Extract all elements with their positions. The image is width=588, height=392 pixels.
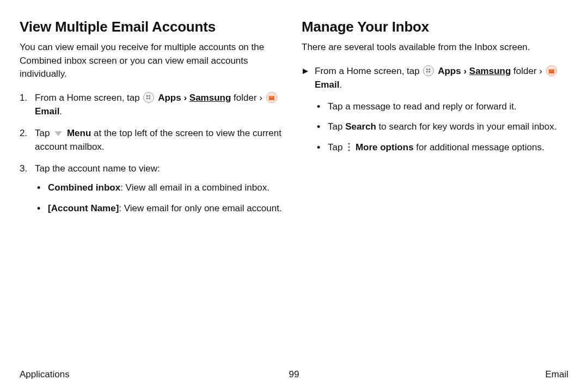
inbox-tools-bullets: Tap a message to read and reply or forwa…: [315, 100, 568, 155]
step-3-bullets: Combined inbox: View all email in a comb…: [35, 181, 286, 215]
menu-label: Menu: [67, 128, 91, 138]
bullet-text: Tap a message to read and reply or forwa…: [328, 101, 517, 112]
email-label: Email: [35, 106, 59, 117]
step-number: 2.: [20, 126, 27, 140]
step-number: 1.: [20, 91, 27, 105]
more-options-label: More options: [356, 142, 414, 152]
step-text: Tap: [35, 128, 52, 138]
step-text: From a Home screen, tap: [315, 66, 422, 76]
email-label: Email: [315, 79, 339, 90]
apps-label: Apps: [438, 66, 461, 76]
right-intro: There are several tools available from t…: [302, 41, 568, 54]
svg-marker-0: [54, 131, 62, 136]
step-text: From a Home screen, tap: [35, 93, 142, 103]
apps-label: Apps: [158, 93, 181, 103]
svg-point-4: [348, 149, 350, 151]
footer-page-number: 99: [289, 369, 299, 380]
bullet-account-name: [Account Name]: View email for only one …: [35, 201, 286, 216]
left-intro: You can view email you receive for multi…: [20, 41, 286, 81]
apps-icon: [143, 92, 154, 103]
right-section-title: Manage Your Inbox: [302, 19, 568, 35]
more-options-icon: [346, 142, 352, 152]
left-steps-list: 1. From a Home screen, tap Apps › Samsun…: [20, 91, 286, 216]
play-item: From a Home screen, tap Apps › Samsung f…: [302, 64, 568, 155]
page-footer: Applications 99 Email: [20, 369, 568, 380]
apps-icon: [423, 65, 434, 76]
bullet-read-reply: Tap a message to read and reply or forwa…: [315, 100, 568, 114]
email-icon: [266, 92, 277, 103]
left-column: View Multiple Email Accounts You can vie…: [20, 19, 286, 223]
bullet-more-options: Tap More options for additional message …: [315, 140, 568, 155]
bullet-rest: : View email for only one email account.: [119, 203, 281, 213]
step-text: ›: [463, 66, 469, 76]
svg-point-2: [348, 143, 350, 144]
step-text: ›: [183, 93, 189, 103]
bullet-bold: [Account Name]: [48, 203, 119, 213]
period: .: [339, 79, 342, 90]
email-icon: [546, 65, 557, 76]
left-section-title: View Multiple Email Accounts: [20, 19, 286, 35]
bullet-text: Tap: [328, 142, 345, 152]
search-label: Search: [345, 121, 376, 132]
step-3: 3. Tap the account name to view: Combine…: [20, 162, 286, 216]
bullet-bold: Combined inbox: [48, 182, 120, 193]
bullet-rest: : View all email in a combined inbox.: [120, 182, 270, 193]
step-number: 3.: [20, 162, 27, 176]
step-text: Tap the account name to view:: [35, 163, 160, 174]
svg-point-3: [348, 146, 350, 148]
right-column: Manage Your Inbox There are several tool…: [302, 19, 568, 223]
svg-marker-1: [303, 69, 308, 74]
step-text: folder ›: [234, 93, 265, 103]
footer-right: Email: [545, 369, 568, 380]
step-text: folder ›: [513, 66, 545, 76]
bullet-search: Tap Search to search for key words in yo…: [315, 120, 568, 134]
bullet-combined-inbox: Combined inbox: View all email in a comb…: [35, 181, 286, 195]
play-arrow-icon: [302, 65, 309, 79]
step-2: 2. Tap Menu at the top left of the scree…: [20, 126, 286, 154]
samsung-folder-label: Samsung: [469, 66, 511, 76]
step-1: 1. From a Home screen, tap Apps › Samsun…: [20, 91, 286, 119]
bullet-text: Tap: [328, 121, 345, 132]
samsung-folder-label: Samsung: [189, 93, 231, 103]
dropdown-icon: [53, 127, 63, 135]
bullet-text: to search for key words in your email in…: [376, 121, 557, 132]
footer-left: Applications: [20, 369, 70, 380]
bullet-text: for additional message options.: [414, 142, 544, 152]
period: .: [59, 106, 62, 117]
